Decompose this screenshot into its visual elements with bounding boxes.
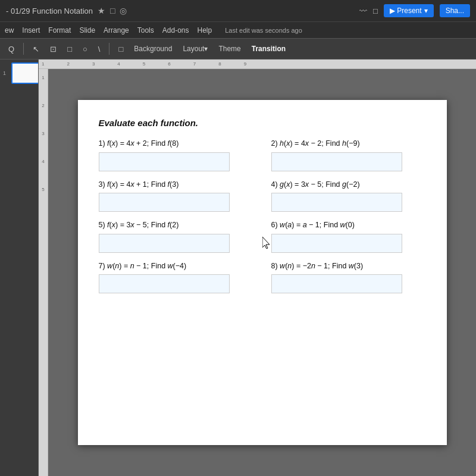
problem-number-3: 3) [99,180,108,189]
menu-insert[interactable]: Insert [22,26,40,35]
problem-number-1: 1) [99,139,108,148]
toolbar-separator-1 [23,43,24,55]
menu-slide[interactable]: Slide [79,26,95,35]
problem-item-8: 8) w(n) = −2n − 1; Find w(3) [271,261,426,294]
search-button[interactable]: Q [5,43,18,55]
problem-answer-box-6[interactable] [271,234,402,253]
problem-formula-7: w(n) = n − 1; Find w(−4) [107,262,186,270]
menu-bar: ew Insert Format Slide Arrange Tools Add… [0,21,476,38]
problem-text-6: 6) w(a) = a − 1; Find w(0) [271,220,426,231]
problem-item-7: 7) w(n) = n − 1; Find w(−4) [99,261,253,294]
present-button[interactable]: ▶ Present ▾ [384,4,434,17]
share-label: Sha... [446,7,464,15]
toolbar-separator-2 [109,43,109,55]
select-button[interactable]: ↖ [29,43,43,55]
problem-text-5: 5) f(x) = 3x − 5; Find f(2) [99,220,253,231]
title-bar: - 01/29 Function Notation ★ □ ◎ 〰 □ ▶ Pr… [0,0,476,21]
problem-formula-8: w(n) = −2n − 1; Find w(3) [280,262,363,270]
share-button[interactable]: Sha... [440,4,470,17]
slide-number: 1 [3,70,6,76]
slide-thumb-inner [12,64,39,83]
left-ruler: 1 2 3 4 5 [39,69,48,476]
problem-text-1: 1) f(x) = 4x + 2; Find f(8) [99,139,253,149]
menu-help[interactable]: Help [197,26,212,35]
problem-item-5: 5) f(x) = 3x − 5; Find f(2) [99,220,253,253]
problem-answer-box-7[interactable] [99,274,230,293]
problem-answer-box-1[interactable] [99,152,230,171]
present-arrow-icon[interactable]: ▾ [424,7,428,15]
problem-answer-box-4[interactable] [271,193,402,212]
wave-icon: 〰 [359,7,367,15]
problem-answer-box-3[interactable] [99,193,230,212]
main-area: 1 1 2 3 4 5 6 7 8 9 1 2 3 4 5 [0,60,476,476]
slide-title: Evaluate each function. [99,118,426,128]
line-button[interactable]: \ [95,43,104,55]
problem-item-3: 3) f(x) = 4x + 1; Find f(3) [99,180,253,212]
insert-button[interactable]: □ [115,43,127,55]
problem-number-2: 2) [271,139,280,148]
window-icon: □ [373,7,378,15]
problem-text-7: 7) w(n) = n − 1; Find w(−4) [99,261,253,272]
problem-text-3: 3) f(x) = 4x + 1; Find f(3) [99,180,253,190]
problem-answer-box-5[interactable] [99,234,230,253]
title-bar-right: 〰 □ ▶ Present ▾ Sha... [359,4,470,17]
problem-formula-2: h(x) = 4x − 2; Find h(−9) [280,139,359,148]
problem-formula-3: f(x) = 4x + 1; Find f(3) [107,180,178,189]
slide-thumbnail-1[interactable] [11,62,39,84]
problem-item-1: 1) f(x) = 4x + 2; Find f(8) [99,139,253,171]
save-icon[interactable]: □ [110,6,115,15]
title-text: - 01/29 Function Notation [6,7,93,15]
problems-grid: 1) f(x) = 4x + 2; Find f(8) 2) h(x) = 4x… [99,139,426,293]
present-label: ▶ Present [390,7,422,15]
problem-text-8: 8) w(n) = −2n − 1; Find w(3) [271,261,426,272]
canvas-with-ruler: 1 2 3 4 5 Evaluate each function. 1) f( [39,69,476,476]
problem-formula-6: w(a) = a − 1; Find w(0) [280,221,355,229]
toolbar: Q ↖ ⊡ □ ○ \ □ Background Layout▾ Theme T… [0,38,476,60]
canvas-area: 1 2 3 4 5 6 7 8 9 1 2 3 4 5 Evaluate eac… [39,60,476,476]
problem-number-5: 5) [99,221,108,229]
problem-item-2: 2) h(x) = 4x − 2; Find h(−9) [271,139,426,171]
top-ruler: 1 2 3 4 5 6 7 8 9 [39,60,476,69]
problem-formula-1: f(x) = 4x + 2; Find f(8) [107,139,178,148]
problem-answer-box-8[interactable] [271,274,402,293]
problem-number-7: 7) [99,262,108,270]
layout-button[interactable]: Layout▾ [179,43,211,55]
menu-view[interactable]: ew [5,26,14,35]
menu-tools[interactable]: Tools [137,26,154,35]
menu-format[interactable]: Format [48,26,71,35]
grid-button[interactable]: ⊡ [46,43,60,55]
problem-formula-4: g(x) = 3x − 5; Find g(−2) [280,180,359,189]
menu-arrange[interactable]: Arrange [104,26,129,35]
transition-button[interactable]: Transition [248,43,289,55]
slide-canvas: Evaluate each function. 1) f(x) = 4x + 2… [78,100,447,445]
last-edit-text: Last edit was seconds ago [225,27,302,34]
problem-text-4: 4) g(x) = 3x − 5; Find g(−2) [271,180,426,190]
history-icon[interactable]: ◎ [120,6,127,15]
problem-item-4: 4) g(x) = 3x − 5; Find g(−2) [271,180,426,212]
problem-item-6: 6) w(a) = a − 1; Find w(0) [271,220,426,253]
problem-number-8: 8) [271,262,280,270]
problem-number-4: 4) [271,180,280,189]
problem-answer-box-2[interactable] [271,152,402,171]
slide-canvas-wrapper: Evaluate each function. 1) f(x) = 4x + 2… [48,69,476,476]
problem-text-2: 2) h(x) = 4x − 2; Find h(−9) [271,139,426,149]
menu-addons[interactable]: Add-ons [162,26,189,35]
theme-button[interactable]: Theme [215,43,244,55]
circle-button[interactable]: ○ [79,43,91,55]
background-button[interactable]: Background [130,43,176,55]
shape-button[interactable]: □ [64,43,76,55]
star-icon[interactable]: ★ [98,6,105,15]
slides-panel: 1 [0,60,39,476]
problem-number-6: 6) [271,221,280,229]
problem-formula-5: f(x) = 3x − 5; Find f(2) [107,221,178,229]
